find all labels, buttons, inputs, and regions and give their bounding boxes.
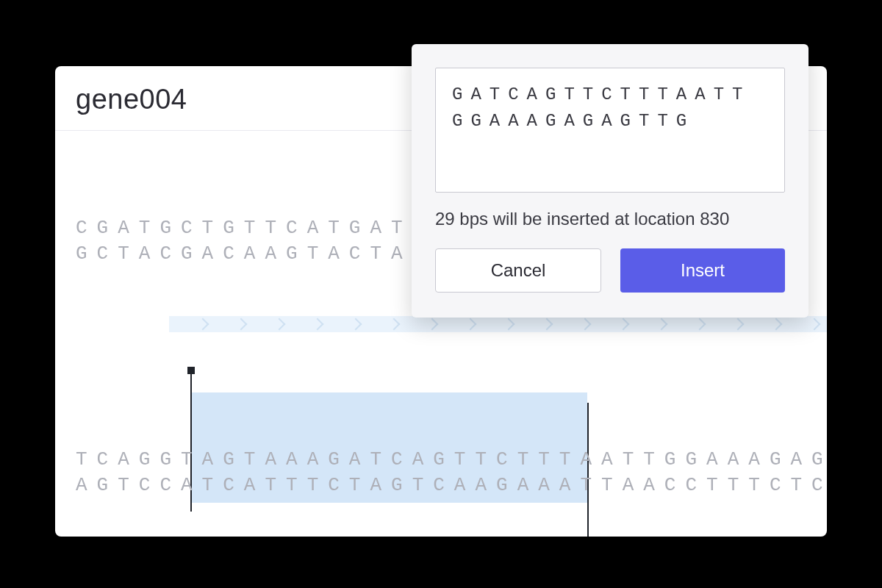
direction-chevron-icon: [360, 316, 398, 332]
direction-chevron-icon: [284, 316, 322, 332]
direction-chevron-icon: [589, 316, 628, 332]
sequence-block-2-sense[interactable]: TCAGGTAGTAAAGATCAGTTCTTTAATTGGAAAGAGAGTT…: [55, 447, 827, 473]
direction-chevron-icon: [437, 316, 475, 332]
direction-chevron-icon: [628, 316, 666, 332]
direction-chevron-icon: [513, 316, 551, 332]
direction-chevron-icon: [781, 316, 819, 332]
direction-chevron-icon: [322, 316, 360, 332]
direction-chevron-icon: [245, 316, 284, 332]
dialog-actions: Cancel Insert: [435, 248, 785, 293]
selection-handle-icon[interactable]: [187, 367, 195, 374]
sequence-block-2: TCAGGTAGTAAAGATCAGTTCTTTAATTGGAAAGAGAGTT…: [55, 447, 827, 498]
insert-dialog: GATCAGTTCTTTAATTGGAAAGAGAGTTG 29 bps wil…: [412, 44, 808, 318]
feature-track-1: [169, 316, 827, 332]
direction-chevron-icon: [551, 316, 589, 332]
insert-sequence-input[interactable]: GATCAGTTCTTTAATTGGAAAGAGAGTTG: [435, 68, 785, 193]
cancel-button[interactable]: Cancel: [435, 248, 601, 293]
direction-chevron-icon: [704, 316, 742, 332]
direction-chevron-icon: [666, 316, 704, 332]
sequence-block-2-antisense[interactable]: AGTCCATCATTTCTAGTCAAGAAATTAACCTTTCTCTCAA…: [55, 473, 827, 498]
insert-status-text: 29 bps will be inserted at location 830: [435, 209, 785, 229]
direction-chevron-icon: [207, 316, 245, 332]
insert-button[interactable]: Insert: [620, 248, 785, 293]
direction-chevron-icon: [475, 316, 513, 332]
direction-chevron-icon: [742, 316, 781, 332]
direction-chevron-icon: [398, 316, 437, 332]
direction-chevron-icon: [169, 316, 207, 332]
